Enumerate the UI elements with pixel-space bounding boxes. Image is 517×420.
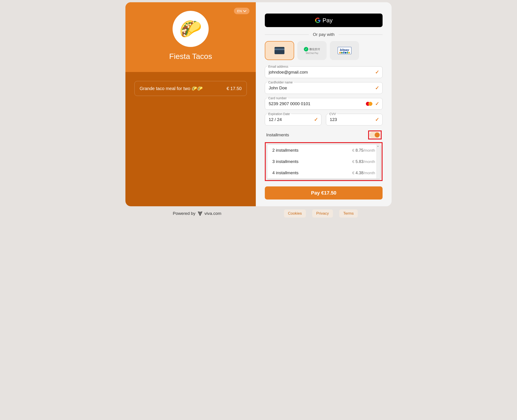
cvv-label: CVV	[329, 112, 336, 116]
card-icon	[274, 47, 284, 54]
method-tab-card[interactable]	[265, 41, 294, 60]
divider-line-left	[265, 35, 309, 35]
merchant-header: EN 🌮 Fiesta Tacos	[126, 2, 256, 72]
installment-count: 4 installments	[272, 170, 298, 175]
email-field-wrap: Email address ✓	[265, 66, 383, 78]
order-item-label: Grande taco meal for two 🌮🌮	[140, 86, 203, 91]
email-label: Email address	[268, 65, 288, 68]
divider-text: Or pay with	[313, 32, 334, 37]
installment-option[interactable]: 4 installments € 4.38/month	[267, 167, 380, 179]
installment-count: 2 installments	[272, 148, 298, 153]
installment-price: € 4.38/month	[352, 171, 375, 175]
installments-toggle-highlight	[368, 130, 382, 139]
installments-header: Installments	[265, 129, 383, 142]
check-icon: ✓	[375, 85, 379, 91]
cardholder-label: Cardholder name	[268, 81, 293, 84]
installments-dropdown-highlight: 2 installments € 8.75/month 3 installmen…	[265, 142, 383, 181]
installment-price: € 5.83/month	[352, 159, 375, 164]
divider-line-right	[339, 35, 383, 35]
method-tab-bitpay[interactable]: bitpay	[330, 41, 359, 60]
viva-logo: viva.com	[197, 210, 221, 217]
expiration-label: Expiration Date	[268, 112, 290, 116]
cookies-link[interactable]: Cookies	[284, 210, 306, 218]
taco-icon: 🌮	[179, 18, 202, 39]
installments-dropdown[interactable]: 2 installments € 8.75/month 3 installmen…	[267, 144, 380, 179]
mastercard-icon	[366, 102, 372, 106]
installment-option[interactable]: 3 installments € 5.83/month	[267, 156, 380, 167]
installment-price: € 8.75/month	[352, 148, 375, 153]
language-code: EN	[237, 9, 242, 13]
installments-label: Installments	[266, 133, 289, 137]
merchant-name: Fiesta Tacos	[134, 52, 247, 61]
expiration-field[interactable]	[269, 117, 310, 122]
installment-count: 3 installments	[272, 159, 298, 164]
powered-by: Powered by viva.com	[173, 210, 221, 217]
cardholder-field-wrap: Cardholder name ✓	[265, 82, 383, 94]
privacy-link[interactable]: Privacy	[312, 210, 333, 218]
powered-by-text: Powered by	[173, 211, 195, 216]
cardnumber-field-wrap: Card number ✓	[265, 98, 383, 110]
cardnumber-field[interactable]	[269, 101, 371, 106]
expiration-field-wrap: Expiration Date ✓	[265, 114, 321, 126]
bitpay-icon: bitpay	[338, 47, 351, 54]
email-field[interactable]	[269, 70, 371, 75]
merchant-logo: 🌮	[173, 11, 209, 47]
order-row: Grande taco meal for two 🌮🌮 € 17.50	[134, 81, 247, 96]
gpay-label: Pay	[323, 17, 333, 24]
cvv-field[interactable]	[330, 117, 371, 122]
checkout-card: EN 🌮 Fiesta Tacos Grande taco meal for t…	[126, 2, 391, 206]
cardholder-field[interactable]	[269, 86, 371, 90]
google-pay-button[interactable]: Pay	[265, 14, 383, 27]
check-icon: ✓	[375, 69, 379, 75]
order-summary-panel: EN 🌮 Fiesta Tacos Grande taco meal for t…	[126, 2, 256, 206]
cardnumber-label: Card number	[268, 96, 287, 100]
language-selector[interactable]: EN	[234, 8, 250, 14]
installment-option[interactable]: 2 installments € 8.75/month	[267, 145, 380, 156]
order-item-price: € 17.50	[227, 86, 242, 91]
scrollbar[interactable]	[377, 145, 380, 179]
terms-link[interactable]: Terms	[339, 210, 358, 218]
order-body: Grande taco meal for two 🌮🌮 € 17.50	[126, 72, 256, 206]
wechat-icon: ✓微信支付 WeChat Pay	[304, 47, 320, 54]
check-icon: ✓	[375, 101, 379, 107]
installments-toggle[interactable]	[369, 132, 380, 138]
check-icon: ✓	[314, 117, 318, 123]
chevron-down-icon	[243, 9, 246, 13]
footer: Powered by viva.com Cookies Privacy Term…	[126, 210, 391, 218]
google-icon	[315, 17, 321, 23]
payment-panel: Pay Or pay with ✓微信支付 WeChat Pay bitpay	[256, 2, 391, 206]
footer-links: Cookies Privacy Terms	[284, 210, 358, 218]
cvv-field-wrap: CVV ✓	[326, 114, 383, 126]
method-tab-wechat[interactable]: ✓微信支付 WeChat Pay	[297, 41, 327, 60]
viva-logo-icon	[197, 210, 203, 217]
toggle-knob	[375, 133, 380, 137]
payment-method-tabs: ✓微信支付 WeChat Pay bitpay	[265, 41, 383, 60]
check-icon: ✓	[375, 117, 379, 123]
divider: Or pay with	[265, 32, 383, 37]
pay-button[interactable]: Pay €17.50	[265, 187, 383, 200]
